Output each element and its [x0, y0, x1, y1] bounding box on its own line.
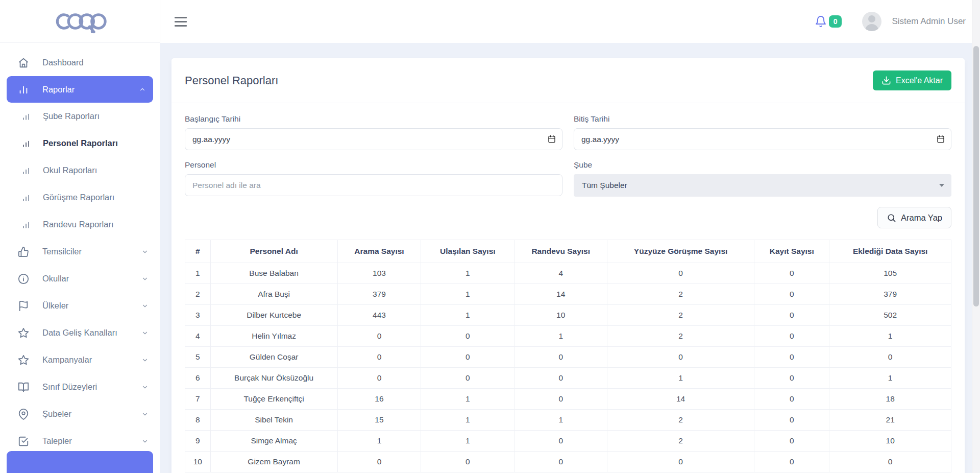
sidebar-item-kampanyalar[interactable]: Kampanyalar — [0, 346, 160, 373]
card-header: Personel Raporları Excel'e Aktar — [172, 58, 965, 103]
table-cell: 0 — [514, 389, 607, 410]
app-window: Dashboard Raporlar Şube Raporları P — [0, 0, 980, 473]
bar-chart-icon — [21, 192, 31, 203]
sidebar-item-data-gelis-kanallari[interactable]: Data Geliş Kanalları — [0, 319, 160, 346]
notifications-button[interactable]: 0 — [815, 15, 842, 28]
sidebar-item-ulkeler[interactable]: Ülkeler — [0, 292, 160, 319]
table-cell: Sibel Tekin — [210, 410, 337, 431]
table-cell: 0 — [421, 368, 514, 389]
calendar-icon[interactable] — [548, 135, 556, 143]
sidebar-item-partial[interactable] — [7, 451, 153, 473]
personel-search-input[interactable] — [185, 174, 562, 196]
table-cell: 10 — [829, 431, 951, 452]
table-cell: 0 — [514, 431, 607, 452]
home-icon — [18, 57, 29, 68]
column-header: Kayıt Sayısı — [754, 240, 829, 263]
flag-icon — [18, 300, 29, 312]
thumbs-up-icon — [18, 246, 29, 257]
table-header-row: # Personel Adı Arama Sayısı Ulaşılan Say… — [185, 240, 951, 263]
filter-form: Başlangıç Tarihi Bitiş Tarihi — [185, 114, 951, 197]
search-row: Arama Yap — [185, 197, 951, 240]
sube-label: Şube — [574, 160, 951, 170]
top-bar: 0 Sistem Admin User — [160, 0, 980, 43]
table-cell: Simge Almaç — [210, 431, 337, 452]
chevron-down-icon — [141, 384, 149, 391]
sidebar-item-sube-raporlari[interactable]: Şube Raporları — [0, 103, 160, 130]
table-cell: 2 — [607, 431, 754, 452]
column-header: # — [185, 240, 211, 263]
sidebar-item-raporlar[interactable]: Raporlar — [7, 76, 153, 103]
sidebar-item-label: Data Geliş Kanalları — [42, 328, 141, 338]
column-header: Eklediği Data Sayısı — [829, 240, 951, 263]
table-cell: 379 — [337, 284, 421, 305]
sidebar-item-okul-raporlari[interactable]: Okul Raporları — [0, 157, 160, 184]
avatar[interactable] — [862, 12, 881, 31]
table-cell: 0 — [754, 410, 829, 431]
table-cell: 103 — [337, 263, 421, 284]
column-header: Ulaşılan Sayısı — [421, 240, 514, 263]
sidebar-item-label: Kampanyalar — [42, 355, 141, 365]
sidebar-item-dashboard[interactable]: Dashboard — [0, 49, 160, 76]
sidebar-item-label: Talepler — [42, 436, 141, 446]
table-cell: 0 — [337, 326, 421, 347]
table-cell: 443 — [337, 305, 421, 326]
start-date-input[interactable] — [185, 128, 562, 150]
end-date-input[interactable] — [574, 128, 951, 150]
table-cell: 0 — [754, 368, 829, 389]
sidebar-item-personel-raporlari[interactable]: Personel Raporları — [0, 130, 160, 157]
table-cell: 0 — [754, 305, 829, 326]
table-cell: Buse Balaban — [210, 263, 337, 284]
table-cell: 2 — [607, 410, 754, 431]
scrollbar[interactable] — [972, 0, 980, 473]
user-name[interactable]: Sistem Admin User — [892, 16, 966, 27]
sidebar-item-randevu-raporlari[interactable]: Randevu Raporları — [0, 211, 160, 238]
sube-select[interactable]: Tüm Şubeler — [574, 174, 951, 197]
search-icon — [887, 213, 896, 223]
table-cell: 5 — [185, 347, 211, 368]
table-cell: Burçak Nur Öksüzoğlu — [210, 368, 337, 389]
calendar-icon[interactable] — [937, 135, 945, 143]
end-date-field: Bitiş Tarihi — [574, 114, 951, 150]
table-row: 5Gülden Coşar000000 — [185, 347, 951, 368]
search-button[interactable]: Arama Yap — [877, 207, 951, 228]
table-cell: 0 — [421, 452, 514, 472]
sidebar: Dashboard Raporlar Şube Raporları P — [0, 0, 160, 473]
sidebar-item-subeler[interactable]: Şubeler — [0, 400, 160, 428]
table-cell: 7 — [185, 389, 211, 410]
chevron-up-icon — [139, 86, 146, 93]
sidebar-item-sinif-duzeyleri[interactable]: Sınıf Düzeyleri — [0, 373, 160, 400]
sidebar-nav: Dashboard Raporlar Şube Raporları P — [0, 43, 160, 455]
logo[interactable] — [0, 0, 160, 43]
table-cell: 0 — [754, 389, 829, 410]
select-arrow-icon — [939, 184, 944, 187]
table-cell: 10 — [185, 452, 211, 472]
sidebar-item-temsilciler[interactable]: Temsilciler — [0, 238, 160, 265]
table-cell: 0 — [754, 452, 829, 472]
table-cell: 0 — [607, 263, 754, 284]
table-cell: 10 — [514, 305, 607, 326]
export-excel-button[interactable]: Excel'e Aktar — [873, 70, 951, 90]
sidebar-item-label: Sınıf Düzeyleri — [42, 382, 141, 392]
sidebar-item-label: Okul Raporları — [43, 165, 149, 175]
chevron-down-icon — [141, 357, 149, 364]
table-row: 1Buse Balaban1031400105 — [185, 263, 951, 284]
sidebar-item-gorusme-raporlari[interactable]: Görüşme Raporları — [0, 184, 160, 211]
page-title: Personel Raporları — [185, 74, 278, 87]
chevron-down-icon — [141, 302, 149, 310]
export-excel-label: Excel'e Aktar — [896, 76, 943, 85]
sidebar-item-okullar[interactable]: Okullar — [0, 265, 160, 292]
table-cell: 21 — [829, 410, 951, 431]
table-cell: 9 — [185, 431, 211, 452]
report-table: # Personel Adı Arama Sayısı Ulaşılan Say… — [185, 240, 951, 472]
sidebar-item-label: Randevu Raporları — [43, 220, 149, 229]
table-cell: 0 — [754, 263, 829, 284]
table-cell: 0 — [754, 347, 829, 368]
table-cell: 4 — [514, 263, 607, 284]
scrollbar-thumb[interactable] — [973, 46, 979, 306]
table-cell: 0 — [607, 347, 754, 368]
bar-chart-icon — [21, 111, 31, 122]
hamburger-menu-icon[interactable] — [175, 14, 187, 29]
table-cell: 0 — [829, 452, 951, 472]
sidebar-item-label: Raporlar — [42, 85, 139, 94]
table-cell: Dilber Kurtcebe — [210, 305, 337, 326]
